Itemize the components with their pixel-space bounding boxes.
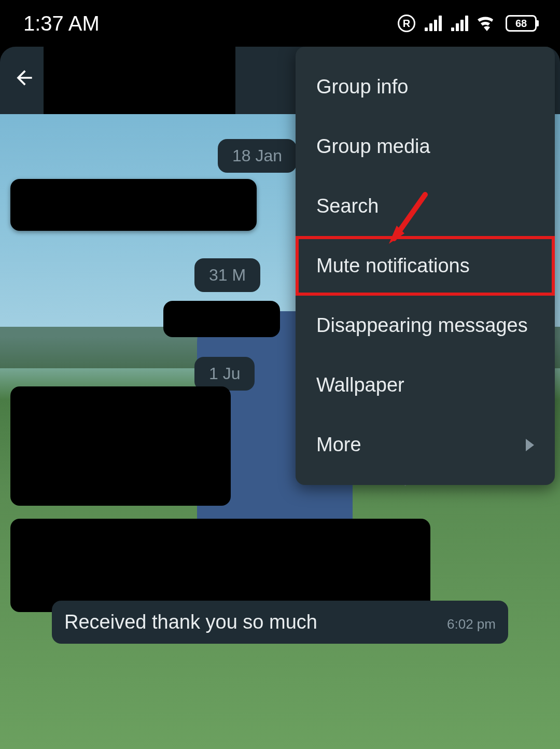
message-redacted (10, 179, 257, 231)
battery-indicator: 68 (506, 15, 537, 32)
message-bubble[interactable]: Received thank you so much 6:02 pm (52, 601, 508, 644)
message-timestamp: 6:02 pm (447, 616, 496, 632)
chevron-right-icon (526, 439, 534, 451)
chat-title-redacted (44, 47, 235, 114)
menu-item-label: Mute notifications (316, 255, 470, 277)
message-redacted (10, 519, 430, 612)
overflow-menu: Group info Group media Search Mute notif… (296, 47, 555, 485)
menu-item-label: More (316, 434, 361, 456)
status-icons: R 68 (398, 15, 537, 32)
registered-icon: R (398, 15, 415, 32)
status-bar: 1:37 AM R 68 (0, 0, 560, 47)
menu-item-disappearing-messages[interactable]: Disappearing messages (296, 296, 555, 355)
message-redacted (10, 386, 231, 506)
date-chip: 18 Jan (218, 139, 297, 173)
date-chip: 1 Ju (194, 357, 255, 391)
menu-item-label: Search (316, 195, 379, 217)
message-redacted (163, 301, 280, 337)
menu-item-wallpaper[interactable]: Wallpaper (296, 355, 555, 415)
back-arrow-icon[interactable] (13, 66, 36, 94)
annotation-arrow (381, 189, 433, 254)
date-chip: 31 M (194, 258, 260, 292)
signal-icon-2 (451, 16, 468, 31)
menu-item-label: Group info (316, 76, 408, 98)
menu-item-group-info[interactable]: Group info (296, 57, 555, 117)
menu-item-label: Disappearing messages (316, 314, 528, 337)
signal-icon-1 (425, 16, 442, 31)
wifi-icon (478, 16, 496, 31)
menu-item-label: Group media (316, 135, 430, 158)
menu-item-group-media[interactable]: Group media (296, 117, 555, 176)
menu-item-more[interactable]: More (296, 415, 555, 475)
status-time: 1:37 AM (23, 12, 100, 35)
battery-level: 68 (515, 18, 527, 30)
message-text: Received thank you so much (64, 611, 317, 633)
menu-item-label: Wallpaper (316, 374, 404, 396)
